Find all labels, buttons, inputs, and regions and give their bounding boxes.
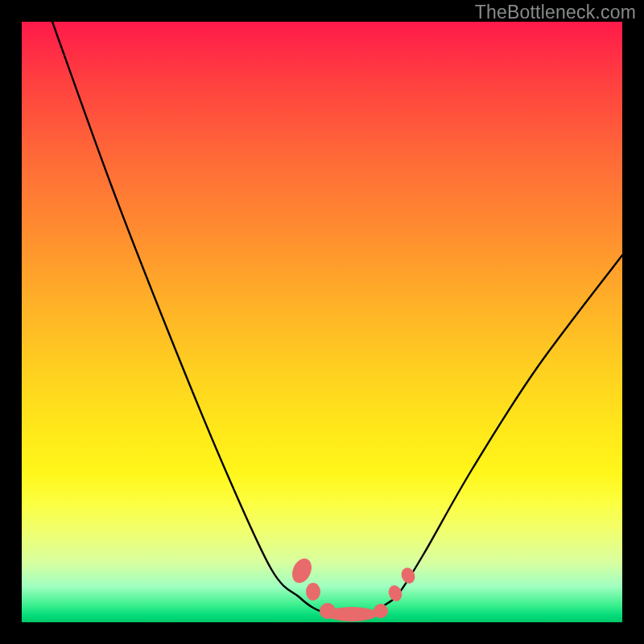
highlight-markers-group — [288, 555, 417, 621]
watermark-text: TheBottleneck.com — [475, 2, 636, 23]
highlight-marker — [326, 607, 378, 621]
highlight-marker — [374, 604, 388, 618]
highlight-marker — [288, 555, 315, 586]
bottleneck-chart-svg — [22, 22, 622, 622]
bottleneck-curve-line — [52, 22, 622, 616]
highlight-marker — [386, 584, 404, 603]
highlight-marker — [306, 583, 320, 601]
